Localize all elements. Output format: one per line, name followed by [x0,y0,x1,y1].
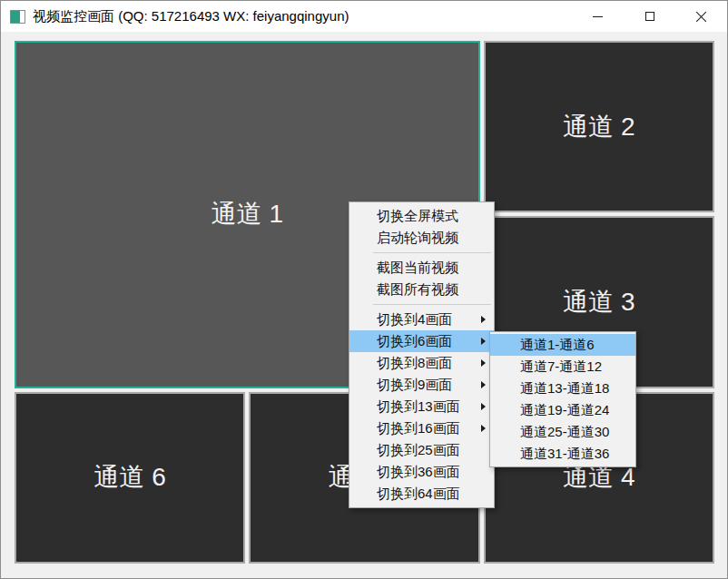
menu-item-label: 切换到36画面 [377,464,460,479]
submenu-item-label: 通道1-通道6 [520,337,595,352]
maximize-icon [645,12,654,21]
submenu-item[interactable]: 通道13-通道18 [490,378,635,399]
submenu-item-label: 通道7-通道12 [520,358,602,374]
menu-item-label: 截图所有视频 [377,281,458,297]
close-button[interactable] [675,1,727,32]
menu-separator [373,252,491,253]
titlebar: 视频监控画面 (QQ: 517216493 WX: feiyangqingyun… [1,1,727,32]
channel-label: 通道 3 [563,285,635,319]
menu-item[interactable]: 切换到64画面 [349,483,494,505]
submenu-item-label: 通道19-通道24 [520,402,609,417]
menu-item-label: 切换到13画面 [377,398,460,414]
menu-item[interactable]: 切换到6画面 [349,330,494,352]
app-window: 视频监控画面 (QQ: 517216493 WX: feiyangqingyun… [0,0,728,579]
submenu-item[interactable]: 通道25-通道30 [490,421,635,443]
channel-label: 通道 6 [93,460,165,495]
menu-item[interactable]: 切换全屏模式 [349,205,494,227]
submenu-arrow-icon [481,359,486,367]
context-menu: 切换全屏模式启动轮询视频截图当前视频截图所有视频切换到4画面切换到6画面切换到8… [349,201,495,508]
window-title: 视频监控画面 (QQ: 517216493 WX: feiyangqingyun… [33,8,349,25]
submenu-item[interactable]: 通道1-通道6 [490,334,635,356]
menu-item-label: 截图当前视频 [377,260,458,275]
menu-item[interactable]: 切换到13画面 [349,396,494,417]
menu-item-label: 切换到4画面 [377,311,452,327]
minimize-button[interactable] [572,1,624,32]
submenu-item[interactable]: 通道7-通道12 [490,356,635,378]
menu-item[interactable]: 截图所有视频 [349,279,494,300]
menu-item[interactable]: 切换到36画面 [349,461,494,483]
maximize-button[interactable] [624,1,675,32]
menu-item[interactable]: 切换到9画面 [349,374,494,396]
menu-item-label: 切换到6画面 [377,333,452,348]
channel-label: 通道 2 [563,110,635,144]
menu-separator [373,304,491,305]
submenu-item[interactable]: 通道31-通道36 [490,443,635,465]
menu-item[interactable]: 切换到4画面 [349,309,494,330]
close-icon [695,11,707,23]
channel-label: 通道 1 [212,197,283,231]
channel-panel-6[interactable]: 通道 6 [15,392,245,564]
submenu-item-label: 通道25-通道30 [520,424,609,439]
menu-item[interactable]: 截图当前视频 [349,257,494,279]
submenu-arrow-icon [481,403,486,410]
submenu-arrow-icon [481,316,486,323]
window-controls [572,1,727,32]
submenu-item-label: 通道13-通道18 [520,380,609,396]
menu-item-label: 切换到25画面 [377,442,460,457]
submenu-item[interactable]: 通道19-通道24 [490,399,635,421]
app-icon [10,10,25,24]
menu-item-label: 切换到9画面 [377,377,452,392]
menu-item-label: 切换到64画面 [377,486,460,501]
menu-item-label: 切换全屏模式 [377,208,458,223]
menu-item-label: 切换到8画面 [377,355,452,370]
menu-item[interactable]: 启动轮询视频 [349,227,494,249]
submenu-arrow-icon [481,338,486,345]
channel-panel-2[interactable]: 通道 2 [484,41,714,212]
menu-item[interactable]: 切换到25画面 [349,439,494,461]
channel-range-submenu: 通道1-通道6通道7-通道12通道13-通道18通道19-通道24通道25-通道… [489,331,636,467]
menu-item-label: 切换到16画面 [377,420,460,436]
submenu-arrow-icon [481,425,486,432]
menu-item[interactable]: 切换到8画面 [349,352,494,374]
submenu-item-label: 通道31-通道36 [520,446,609,461]
submenu-arrow-icon [481,381,486,388]
menu-item[interactable]: 切换到16画面 [349,417,494,439]
menu-item-label: 启动轮询视频 [377,230,458,245]
minimize-icon [593,16,603,17]
